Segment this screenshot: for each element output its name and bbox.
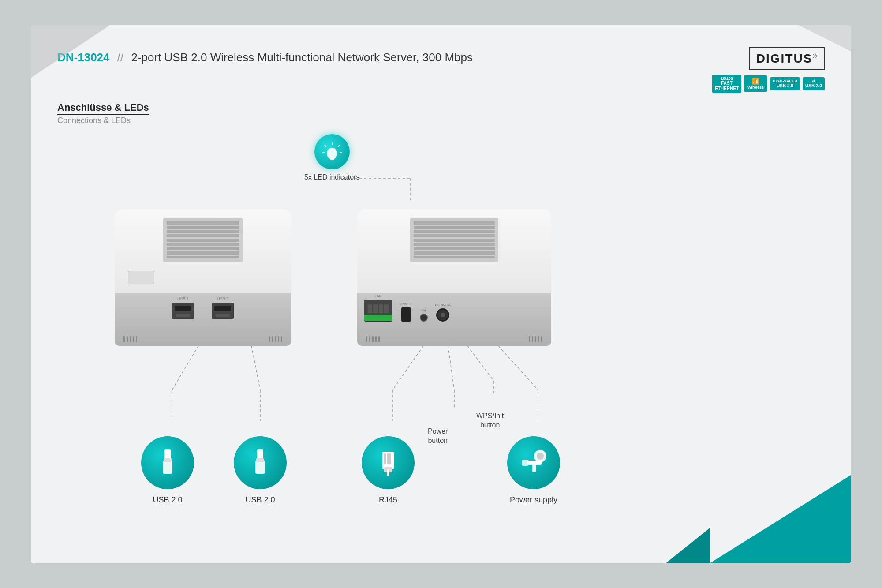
power-supply-icon-circle [507, 436, 560, 489]
svg-point-0 [327, 148, 337, 159]
rj45-icon-svg [373, 447, 404, 478]
led-icon [322, 142, 342, 161]
int-button [420, 314, 428, 322]
svg-rect-27 [256, 458, 264, 462]
usb2-icon-item: ⎓ USB 2.0 [234, 436, 287, 505]
vent-line [167, 247, 239, 250]
vent-line [167, 256, 239, 259]
vent-line [167, 230, 239, 233]
dc-port-group: DC 5V/2A [435, 303, 451, 322]
header: DN-13024 // 2-port USB 2.0 Wireless Mult… [57, 47, 825, 94]
led-circle [314, 134, 350, 169]
usb1-label: USB 1 [172, 296, 194, 301]
svg-point-36 [537, 453, 544, 460]
usb1-icon-circle: ⎓ [141, 436, 194, 489]
int-button-group: Int [420, 308, 428, 322]
svg-line-4 [338, 145, 340, 146]
onoff-switch-group: ON/OFF [400, 302, 413, 322]
bottom-vents [123, 336, 282, 342]
logo-text: DIGITUS [756, 52, 813, 65]
svg-rect-1 [330, 158, 334, 160]
svg-line-19 [498, 346, 538, 390]
device-back-top [357, 209, 551, 293]
product-title: DN-13024 // 2-port USB 2.0 Wireless Mult… [57, 51, 473, 64]
usb2-label: USB 2 [212, 296, 234, 301]
usb2-port-group: USB 2 [212, 296, 234, 319]
model-number: DN-13024 [57, 51, 110, 64]
svg-rect-22 [163, 461, 172, 474]
rj45-icon-label: RJ45 [362, 495, 415, 505]
vent-line [167, 221, 239, 225]
led-indicator-area: 5x LED indicators [304, 134, 359, 182]
vent-line [167, 234, 239, 237]
device-front-top [115, 209, 291, 293]
power-button-label: Powerbutton [428, 427, 448, 446]
section-title-german: Anschlüsse & LEDs [57, 102, 149, 115]
usb1-icon-item: ⎓ USB 2.0 [141, 436, 194, 505]
corner-decoration-bottom [666, 528, 710, 563]
svg-rect-33 [389, 453, 391, 464]
usb1-icon-label: USB 2.0 [141, 495, 194, 505]
device-back-vent [410, 218, 498, 262]
svg-rect-34 [387, 469, 389, 476]
usb-ports-row: USB 1 USB 2 [172, 296, 234, 319]
title-area: DN-13024 // 2-port USB 2.0 Wireless Mult… [57, 47, 473, 64]
wps-button-label-area: WPS/Initbutton [476, 412, 504, 430]
dc-port [436, 308, 449, 322]
svg-line-13 [392, 346, 423, 390]
svg-rect-26 [255, 461, 265, 474]
power-supply-icon-item: Power supply [507, 436, 560, 505]
svg-line-17 [467, 346, 494, 381]
device-front-body: USB 1 USB 2 [115, 209, 291, 346]
device-back: LAN ON/OFF [357, 191, 551, 346]
vent-line [167, 243, 239, 246]
svg-line-15 [448, 346, 454, 390]
badge-highspeed: HIGH-SPEED USB 2.0 [770, 77, 800, 91]
lan-port [364, 300, 392, 322]
svg-rect-38 [522, 460, 529, 466]
badge-ethernet: 10/100 FASTETHERNET [712, 75, 741, 94]
separator: // [117, 51, 123, 64]
usb1-icon-svg: ⎓ [152, 447, 183, 478]
back-bottom-vents [366, 336, 542, 342]
wps-button-label: WPS/Initbutton [476, 412, 504, 430]
vent-line [167, 251, 239, 255]
badge-usb2: ⇄ USB 2.0 [803, 77, 825, 91]
rj45-icon-circle [362, 436, 415, 489]
svg-rect-31 [384, 453, 386, 464]
svg-line-3 [325, 145, 326, 146]
usb2-icon-svg: ⎓ [245, 447, 276, 478]
svg-line-9 [172, 346, 198, 390]
power-supply-label: Power supply [507, 495, 560, 505]
usb2-icon-circle: ⎓ [234, 436, 287, 489]
wifi-icon: 📶 [747, 78, 764, 85]
section-heading: Anschlüsse & LEDs Connections & LEDs [57, 102, 825, 125]
led-label: 5x LED indicators [304, 173, 359, 182]
svg-text:⎓: ⎓ [166, 452, 169, 458]
lan-port-group: LAN [364, 294, 392, 322]
badge-wireless-label: Wireless [747, 85, 764, 90]
vent-line [167, 226, 239, 229]
logo-sup: ® [812, 52, 818, 59]
page: DN-13024 // 2-port USB 2.0 Wireless Mult… [31, 25, 851, 563]
rj45-icon-item: RJ45 [362, 436, 415, 505]
product-description: 2-port USB 2.0 Wireless Multi-functional… [131, 51, 473, 64]
header-right: DIGITUS® 10/100 FASTETHERNET 📶 Wireless … [712, 47, 825, 94]
device-vent [163, 218, 243, 262]
badge-wireless: 📶 Wireless [744, 75, 767, 92]
power-button-label-area: Powerbutton [428, 427, 448, 446]
device-front: USB 1 USB 2 [115, 191, 291, 346]
diagram-area: 5x LED indicators [57, 130, 825, 527]
lan-label: LAN [364, 294, 392, 298]
power-supply-icon-svg [518, 447, 549, 478]
usb2-port [212, 303, 234, 319]
svg-rect-39 [532, 463, 536, 472]
usb1-port [172, 303, 194, 319]
svg-rect-23 [164, 458, 172, 462]
usb2-icon-label: USB 2.0 [234, 495, 287, 505]
device-back-body: LAN ON/OFF [357, 209, 551, 346]
badge-row: 10/100 FASTETHERNET 📶 Wireless HIGH-SPEE… [712, 75, 825, 94]
onoff-label: ON/OFF [400, 302, 413, 306]
logo: DIGITUS® [749, 47, 825, 70]
usb1-port-group: USB 1 [172, 296, 194, 319]
